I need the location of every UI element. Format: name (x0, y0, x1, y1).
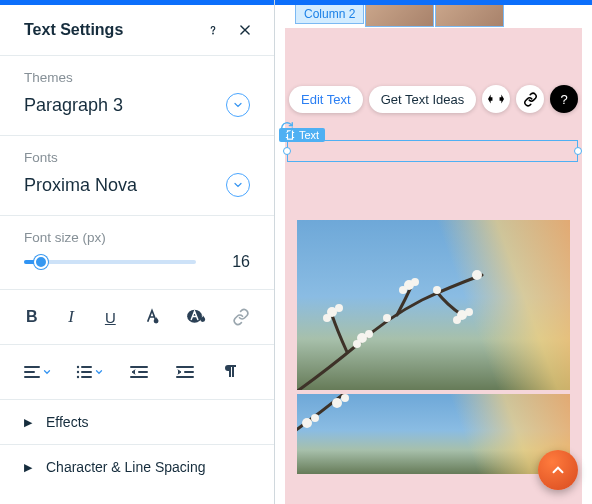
caret-right-icon: ▶ (24, 461, 32, 474)
indent-decrease-button[interactable] (128, 361, 150, 383)
panel-header: Text Settings (0, 5, 274, 56)
fontsize-value[interactable]: 16 (214, 253, 250, 271)
bold-button[interactable]: B (24, 306, 39, 328)
floating-toolbar: Edit Text Get Text Ideas ? (289, 85, 578, 113)
svg-point-11 (353, 340, 361, 348)
spacing-accordion[interactable]: ▶ Character & Line Spacing (0, 445, 274, 489)
canvas-image[interactable] (297, 394, 570, 474)
svg-point-3 (77, 371, 79, 373)
effects-accordion[interactable]: ▶ Effects (0, 400, 274, 445)
fontsize-section: Font size (px) 16 (0, 216, 274, 290)
svg-point-14 (399, 286, 407, 294)
svg-point-22 (311, 414, 319, 422)
scroll-top-fab[interactable] (538, 450, 578, 490)
svg-point-0 (213, 33, 214, 34)
svg-point-17 (453, 316, 461, 324)
svg-point-19 (472, 270, 482, 280)
editor-canvas[interactable]: Column 2 Edit Text Get Text Ideas ? Text (275, 0, 592, 504)
text-direction-button[interactable] (220, 361, 242, 383)
canvas-thumbnail[interactable] (435, 5, 504, 27)
resize-handle-right[interactable] (574, 147, 582, 155)
spacing-label: Character & Line Spacing (46, 459, 206, 475)
effects-label: Effects (46, 414, 89, 430)
fonts-section: Fonts Proxima Nova (0, 136, 274, 216)
svg-point-13 (411, 278, 419, 286)
svg-point-24 (341, 394, 349, 402)
canvas-section[interactable] (285, 198, 582, 504)
caret-right-icon: ▶ (24, 416, 32, 429)
indent-increase-button[interactable] (174, 361, 196, 383)
svg-point-20 (383, 314, 391, 322)
align-button[interactable] (24, 365, 52, 379)
svg-point-18 (433, 286, 441, 294)
list-button[interactable] (76, 365, 104, 379)
fontsize-slider[interactable] (24, 255, 196, 269)
themes-section: Themes Paragraph 3 (0, 56, 274, 136)
svg-point-10 (365, 330, 373, 338)
paragraph-toolbar (0, 345, 274, 400)
text-color-button[interactable] (142, 306, 162, 328)
canvas-thumbnail[interactable] (365, 5, 434, 27)
animation-button[interactable] (482, 85, 510, 113)
svg-point-2 (77, 366, 79, 368)
rotate-handle[interactable] (280, 121, 294, 135)
underline-button[interactable]: U (103, 306, 118, 328)
themes-label: Themes (24, 70, 250, 85)
canvas-section[interactable] (285, 28, 582, 198)
svg-point-8 (323, 314, 331, 322)
canvas-image[interactable] (297, 220, 570, 390)
close-icon[interactable] (234, 19, 256, 41)
fontsize-row: 16 (24, 253, 250, 271)
link-action-button[interactable] (516, 85, 544, 113)
svg-point-16 (465, 308, 473, 316)
panel-title: Text Settings (24, 21, 192, 39)
resize-handle-left[interactable] (283, 147, 291, 155)
help-action-button[interactable]: ? (550, 85, 578, 113)
highlight-color-button[interactable] (186, 306, 208, 328)
svg-point-4 (77, 376, 79, 378)
themes-value: Paragraph 3 (24, 95, 123, 116)
edit-text-button[interactable]: Edit Text (289, 86, 363, 113)
text-settings-panel: Text Settings Themes Paragraph 3 Fonts P… (0, 0, 275, 504)
fonts-value: Proxima Nova (24, 175, 137, 196)
get-text-ideas-button[interactable]: Get Text Ideas (369, 86, 477, 113)
svg-point-21 (302, 418, 312, 428)
format-toolbar: B I U (0, 290, 274, 345)
selection-box[interactable] (287, 140, 578, 162)
fonts-dropdown[interactable]: Proxima Nova (24, 169, 250, 197)
help-icon[interactable] (202, 19, 224, 41)
chevron-down-icon (226, 173, 250, 197)
svg-point-7 (335, 304, 343, 312)
svg-point-23 (332, 398, 342, 408)
link-button[interactable] (232, 306, 250, 328)
italic-button[interactable]: I (63, 306, 78, 328)
chevron-down-icon (226, 93, 250, 117)
themes-dropdown[interactable]: Paragraph 3 (24, 89, 250, 117)
fonts-label: Fonts (24, 150, 250, 165)
column-tab[interactable]: Column 2 (295, 5, 364, 24)
fontsize-label: Font size (px) (24, 230, 250, 245)
